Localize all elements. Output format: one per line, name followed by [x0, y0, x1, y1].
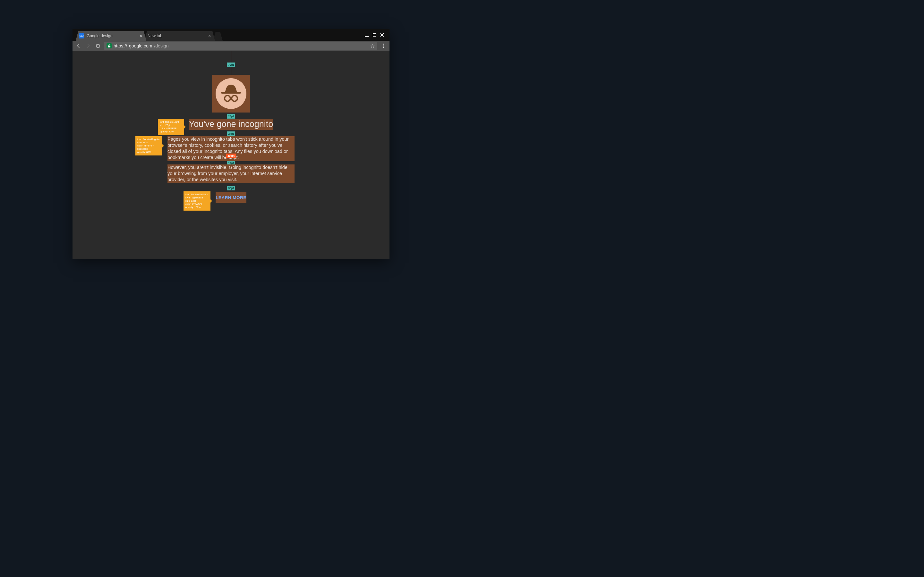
tab-active[interactable]: GD Google design ×	[76, 31, 146, 41]
reload-icon[interactable]	[94, 42, 102, 49]
page-heading: You've gone incognito	[189, 119, 273, 129]
spec-card-body: font: Roboto-Regular size: 14pt color: #…	[136, 136, 162, 155]
browser-window: GD Google design × New tab ×	[73, 29, 389, 259]
spacing-chip: 24pt	[227, 131, 235, 136]
learn-more-button[interactable]: LEARN MORE	[211, 193, 251, 203]
tab-title: Google design	[87, 34, 113, 38]
titlebar: GD Google design × New tab ×	[73, 29, 389, 41]
back-icon[interactable]	[75, 42, 82, 49]
url-path: /design	[154, 43, 168, 48]
close-icon[interactable]	[379, 32, 385, 38]
window-controls	[360, 29, 388, 41]
spec-card-heading: font: Roboto-Light size: 28pt color: #FF…	[158, 119, 184, 135]
incognito-icon	[212, 75, 250, 113]
page-viewport: 72pt 24pt You've gone incognito font: Ro…	[73, 51, 389, 259]
minimize-icon[interactable]	[364, 32, 370, 38]
spec-line: color: #FFFFFF	[137, 144, 160, 147]
spec-line: color: #FFFFFF	[160, 127, 182, 130]
spec-line: style: uppercase	[186, 196, 208, 199]
spacing-chip: 24pt	[227, 114, 235, 119]
toolbar: https://google.com/design ☆	[73, 41, 389, 51]
spec-line: size: 28pt	[160, 124, 182, 127]
favicon-icon: GD	[79, 33, 84, 39]
spec-line: opacity: 80%	[160, 130, 182, 133]
spec-line: color: #7BAAF7	[186, 203, 208, 206]
svg-rect-1	[108, 45, 110, 47]
tab-title: New tab	[148, 34, 162, 38]
svg-rect-0	[365, 36, 368, 37]
tab-strip: GD Google design × New tab ×	[73, 31, 223, 41]
address-bar[interactable]: https://google.com/design ☆	[104, 42, 377, 50]
body-paragraph: However, you aren't invisible. Going inc…	[168, 164, 294, 183]
spec-line: line: 36px	[137, 147, 160, 151]
spec-line: size: 14pt	[137, 141, 160, 144]
spacing-chip: 72pt	[227, 63, 235, 67]
url-scheme: https://	[113, 43, 127, 48]
spec-card-button: font: Roboto-Medium style: uppercase siz…	[184, 191, 210, 211]
forward-icon	[85, 42, 92, 49]
spec-line: size: 13pt	[186, 199, 208, 203]
tab-inactive[interactable]: New tab ×	[144, 31, 215, 41]
spec-line: font: Roboto-Light	[160, 121, 182, 124]
lock-icon	[107, 43, 111, 48]
kebab-menu-icon[interactable]	[380, 42, 387, 49]
url-host: google.com	[129, 43, 152, 48]
spacing-chip: 36pt	[227, 186, 235, 190]
bookmark-star-icon[interactable]: ☆	[370, 43, 375, 49]
close-tab-icon[interactable]: ×	[139, 34, 143, 38]
spacing-chip: 410pt	[226, 153, 236, 158]
spec-line: opacity: 100%	[186, 206, 208, 209]
spec-line: opacity: 80%	[137, 151, 160, 154]
spec-line: font: Roboto-Regular	[137, 138, 160, 141]
spec-line: font: Roboto-Medium	[186, 193, 208, 196]
maximize-icon[interactable]	[373, 33, 376, 37]
close-tab-icon[interactable]: ×	[207, 34, 212, 38]
